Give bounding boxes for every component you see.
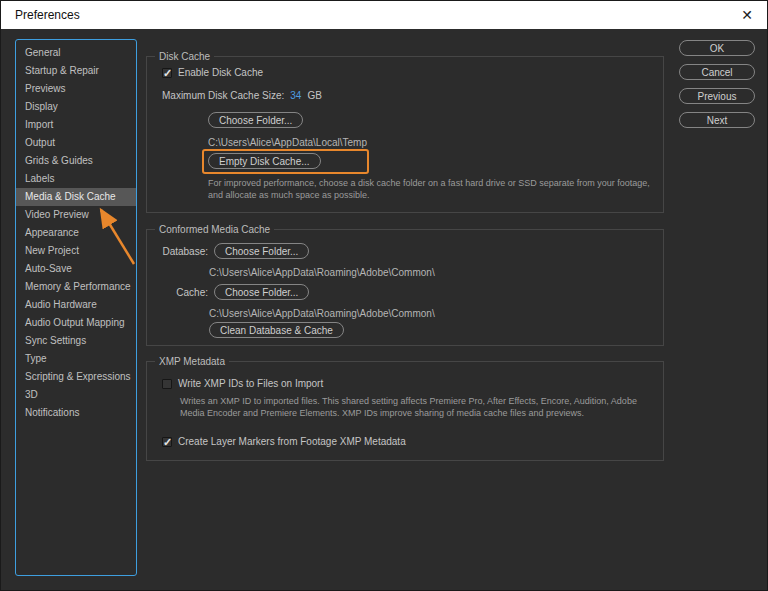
sidebar-item-label: Media & Disk Cache — [25, 191, 116, 202]
sidebar-item-label: Appearance — [25, 227, 79, 238]
sidebar-item[interactable]: Notifications — [16, 404, 136, 422]
disk-cache-folder-path: C:\Users\Alice\AppData\Local\Temp — [208, 137, 367, 148]
sidebar-item[interactable]: Output — [16, 134, 136, 152]
sidebar-item[interactable]: New Project — [16, 242, 136, 260]
sidebar-item[interactable]: Type — [16, 350, 136, 368]
sidebar-item[interactable]: Auto-Save — [16, 260, 136, 278]
sidebar-item-label: Sync Settings — [25, 335, 86, 346]
sidebar-item-label: Display — [25, 101, 58, 112]
sidebar-item-label: 3D — [25, 389, 38, 400]
sidebar-item-label: Notifications — [25, 407, 79, 418]
enable-disk-cache-label: Enable Disk Cache — [178, 67, 263, 78]
sidebar-item-label: Output — [25, 137, 55, 148]
sidebar-item[interactable]: Media & Disk Cache — [16, 188, 136, 206]
cache-row: Cache: Choose Folder... — [162, 284, 309, 300]
sidebar-item[interactable]: General — [16, 44, 136, 62]
create-layer-markers-checkbox[interactable] — [162, 437, 172, 447]
sidebar-item-label: New Project — [25, 245, 79, 256]
disk-cache-folder-row: Choose Folder... — [208, 112, 303, 128]
max-disk-cache-size-unit: GB — [307, 90, 321, 101]
cache-path: C:\Users\Alice\AppData\Roaming\Adobe\Com… — [209, 308, 435, 319]
ok-button[interactable]: OK — [679, 40, 755, 56]
sidebar-item-label: Startup & Repair — [25, 65, 99, 76]
write-xmp-row: Write XMP IDs to Files on Import — [162, 378, 323, 389]
sidebar-item[interactable]: Appearance — [16, 224, 136, 242]
sidebar-item[interactable]: Audio Hardware — [16, 296, 136, 314]
cache-label: Cache: — [162, 287, 208, 298]
clean-database-row: Clean Database & Cache — [209, 322, 344, 338]
sidebar-item-label: Video Preview — [25, 209, 89, 220]
sidebar-item[interactable]: Sync Settings — [16, 332, 136, 350]
disk-cache-choose-folder-button[interactable]: Choose Folder... — [208, 112, 303, 128]
sidebar-item-label: Memory & Performance — [25, 281, 131, 292]
conformed-media-cache-group-title: Conformed Media Cache — [155, 224, 274, 235]
max-disk-cache-size-row: Maximum Disk Cache Size: 34 GB — [162, 90, 322, 101]
sidebar-item[interactable]: Audio Output Mapping — [16, 314, 136, 332]
sidebar-item-label: Audio Output Mapping — [25, 317, 125, 328]
sidebar-item[interactable]: Scripting & Expressions — [16, 368, 136, 386]
disk-cache-group: Disk Cache Enable Disk Cache Maximum Dis… — [146, 56, 664, 213]
sidebar-item-label: Auto-Save — [25, 263, 72, 274]
sidebar-item-label: Scripting & Expressions — [25, 371, 131, 382]
sidebar-item-label: Labels — [25, 173, 54, 184]
write-xmp-ids-checkbox[interactable] — [162, 379, 172, 389]
create-layer-markers-label: Create Layer Markers from Footage XMP Me… — [178, 436, 406, 447]
enable-disk-cache-checkbox[interactable] — [162, 68, 172, 78]
titlebar: Preferences ✕ — [1, 1, 767, 29]
cache-choose-folder-button[interactable]: Choose Folder... — [214, 284, 309, 300]
previous-button[interactable]: Previous — [679, 88, 755, 104]
sidebar-item[interactable]: Video Preview — [16, 206, 136, 224]
preferences-dialog: Preferences ✕ General Startup & Repair P… — [0, 0, 768, 591]
disk-cache-help-text: For improved performance, choose a disk … — [208, 177, 660, 201]
close-icon[interactable]: ✕ — [741, 7, 753, 23]
write-xmp-ids-label: Write XMP IDs to Files on Import — [178, 378, 323, 389]
conformed-media-cache-group: Conformed Media Cache Database: Choose F… — [146, 229, 664, 346]
next-button[interactable]: Next — [679, 112, 755, 128]
cancel-button[interactable]: Cancel — [679, 64, 755, 80]
disk-cache-group-title: Disk Cache — [155, 51, 214, 62]
sidebar-item[interactable]: 3D — [16, 386, 136, 404]
window-title: Preferences — [15, 8, 80, 22]
xmp-metadata-group-title: XMP Metadata — [155, 356, 229, 367]
sidebar-item[interactable]: Startup & Repair — [16, 62, 136, 80]
clean-database-cache-button[interactable]: Clean Database & Cache — [209, 322, 344, 338]
dialog-action-buttons: OK Cancel Previous Next — [679, 40, 755, 128]
sidebar-item[interactable]: Labels — [16, 170, 136, 188]
database-choose-folder-button[interactable]: Choose Folder... — [214, 243, 309, 259]
empty-disk-cache-row: Empty Disk Cache... — [208, 153, 321, 169]
max-disk-cache-size-value[interactable]: 34 — [290, 90, 301, 101]
empty-disk-cache-button[interactable]: Empty Disk Cache... — [208, 153, 321, 169]
database-label: Database: — [162, 246, 208, 257]
sidebar-item-label: Audio Hardware — [25, 299, 97, 310]
sidebar-item[interactable]: Display — [16, 98, 136, 116]
sidebar-item[interactable]: Import — [16, 116, 136, 134]
sidebar-item-label: General — [25, 47, 61, 58]
sidebar-item-label: Type — [25, 353, 47, 364]
max-disk-cache-size-label: Maximum Disk Cache Size: — [162, 90, 284, 101]
sidebar: General Startup & Repair Previews Displa… — [15, 39, 137, 576]
sidebar-item-label: Grids & Guides — [25, 155, 93, 166]
sidebar-item[interactable]: Previews — [16, 80, 136, 98]
xmp-help-text: Writes an XMP ID to imported files. This… — [180, 395, 658, 419]
xmp-metadata-group: XMP Metadata Write XMP IDs to Files on I… — [146, 361, 664, 461]
sidebar-item-label: Previews — [25, 83, 66, 94]
layer-markers-row: Create Layer Markers from Footage XMP Me… — [162, 436, 406, 447]
sidebar-item[interactable]: Grids & Guides — [16, 152, 136, 170]
enable-disk-cache-row: Enable Disk Cache — [162, 67, 263, 78]
sidebar-item-label: Import — [25, 119, 53, 130]
sidebar-item[interactable]: Memory & Performance — [16, 278, 136, 296]
database-row: Database: Choose Folder... — [162, 243, 309, 259]
database-path: C:\Users\Alice\AppData\Roaming\Adobe\Com… — [209, 267, 435, 278]
